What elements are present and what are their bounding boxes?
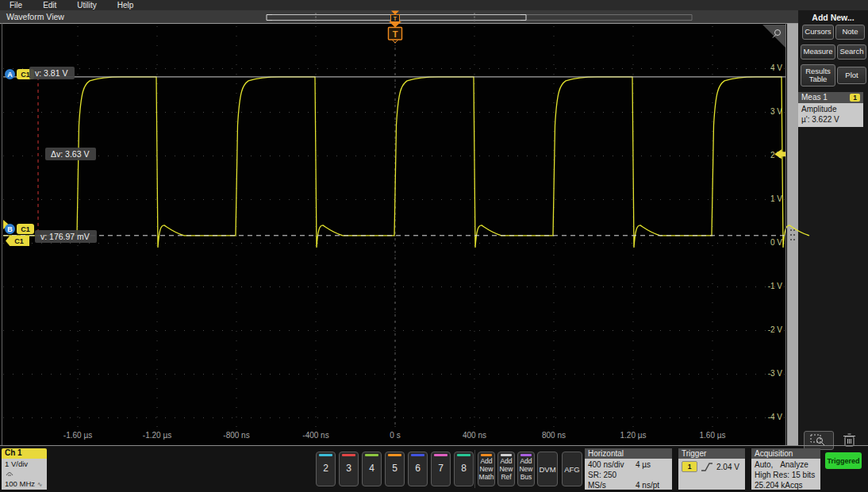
x-label-5: 400 ns bbox=[449, 431, 500, 440]
meas1-title: Meas 1 bbox=[801, 93, 828, 102]
channel-4-button[interactable]: 4 bbox=[362, 452, 382, 486]
x-label-2: -800 ns bbox=[211, 431, 262, 440]
triggered-status: Triggered bbox=[825, 452, 862, 469]
horizontal-panel[interactable]: 400 ns/div4 µs SR: 250 MS/s4 ns/pt RL: 1… bbox=[585, 459, 672, 490]
trigger-panel[interactable]: 1 2.04 V bbox=[678, 459, 745, 490]
menu-bar: File Edit Utility Help bbox=[0, 0, 868, 11]
add-new-math-button[interactable]: Add New Math bbox=[478, 452, 495, 486]
bus-color-strip bbox=[520, 454, 532, 456]
acq-resolution: High Res: 15 bits bbox=[755, 470, 820, 480]
horizontal-scale: 400 ns/div bbox=[588, 459, 636, 470]
trash-icon bbox=[839, 431, 860, 448]
add-new-bus-button[interactable]: Add New Bus bbox=[517, 452, 535, 486]
channel-1-badge[interactable]: Ch 1 bbox=[2, 448, 47, 459]
channel-8-color-strip bbox=[457, 454, 470, 456]
results-table-button[interactable]: Results Table bbox=[801, 64, 835, 86]
menu-edit[interactable]: Edit bbox=[43, 1, 56, 10]
zoom-box-button[interactable] bbox=[804, 431, 834, 450]
zoom-box-icon bbox=[805, 432, 832, 448]
x-label-0: -1.60 µs bbox=[52, 431, 103, 440]
meas1-header[interactable]: Meas 1 1 bbox=[798, 92, 863, 103]
dvm-button[interactable]: DVM bbox=[537, 452, 558, 486]
cursor-b-badge[interactable]: B bbox=[5, 224, 15, 234]
cursor-b-readout: v: 176.97 mV bbox=[35, 230, 97, 243]
x-label-6: 800 ns bbox=[528, 431, 579, 440]
cursor-b-source-badge[interactable]: C1 bbox=[17, 224, 34, 234]
trigger-level: 2.04 V bbox=[716, 462, 739, 472]
sample-resolution: 4 ns/pt bbox=[636, 481, 659, 490]
math-color-strip bbox=[481, 454, 492, 456]
menu-file[interactable]: File bbox=[10, 1, 22, 10]
y-label-n2v: -2 V bbox=[751, 325, 782, 334]
horizontal-window: 4 µs bbox=[636, 460, 651, 469]
x-label-3: -400 ns bbox=[290, 431, 341, 440]
ch1-coupling-row bbox=[5, 469, 47, 479]
channel-5-color-strip bbox=[388, 454, 401, 456]
measure-button[interactable]: Measure bbox=[801, 44, 835, 60]
meas1-body[interactable]: Amplitude µ': 3.622 V bbox=[798, 103, 863, 127]
oscilloscope-app: File Edit Utility Help Waveform View bbox=[0, 0, 868, 492]
trigger-source-badge: 1 bbox=[682, 461, 697, 472]
channel-6-color-strip bbox=[411, 454, 424, 456]
trigger-panel-header[interactable]: Trigger bbox=[678, 448, 745, 459]
channel-1-settings[interactable]: 1 V/div 100 MHz ∿ bbox=[2, 459, 47, 490]
ch1-bandwidth: 100 MHz bbox=[5, 479, 35, 488]
cursors-button[interactable]: Cursors bbox=[802, 25, 834, 40]
view-title: Waveform View bbox=[6, 12, 64, 21]
channel-3-button[interactable]: 3 bbox=[339, 452, 359, 486]
meas1-value: µ': 3.622 V bbox=[801, 114, 863, 125]
meas1-source-badge: 1 bbox=[850, 94, 860, 102]
x-label-8: 1.60 µs bbox=[687, 431, 738, 440]
plot-button[interactable]: Plot bbox=[837, 67, 866, 84]
cursor-a-badge[interactable]: A bbox=[5, 69, 15, 79]
channel-2-button[interactable]: 2 bbox=[316, 452, 336, 486]
menu-help[interactable]: Help bbox=[117, 1, 134, 10]
cursor-a-readout: v: 3.81 V bbox=[29, 67, 75, 79]
x-label-1: -1.20 µs bbox=[132, 431, 182, 440]
x-label-4: 0 s bbox=[370, 431, 421, 440]
channel-3-color-strip bbox=[342, 454, 355, 456]
acq-count: 25.204 kAcqs bbox=[755, 480, 820, 490]
horizontal-panel-header[interactable]: Horizontal bbox=[585, 448, 672, 459]
y-label-n4v: -4 V bbox=[751, 413, 782, 421]
y-label-n3v: -3 V bbox=[751, 369, 782, 378]
menu-utility[interactable]: Utility bbox=[77, 1, 96, 10]
channel-4-color-strip bbox=[365, 454, 378, 456]
channel-7-button[interactable]: 7 bbox=[431, 452, 451, 486]
note-button[interactable]: Note bbox=[835, 25, 865, 40]
channel-ground-tag[interactable]: C1 bbox=[6, 236, 29, 246]
rising-edge-icon bbox=[701, 462, 713, 472]
channel-6-button[interactable]: 6 bbox=[408, 452, 428, 486]
acq-mode: Auto, bbox=[755, 460, 773, 469]
y-label-3v: 3 V bbox=[751, 107, 782, 116]
ch1-scale: 1 V/div bbox=[5, 459, 47, 469]
add-new-header: Add New... bbox=[798, 13, 868, 22]
channel-7-color-strip bbox=[434, 454, 447, 456]
bandwidth-limit-icon: ∿ bbox=[37, 481, 43, 488]
add-new-ref-button[interactable]: Add New Ref bbox=[497, 452, 515, 486]
acquisition-panel[interactable]: Auto, Analyze High Res: 15 bits 25.204 k… bbox=[751, 459, 820, 490]
channel-2-color-strip bbox=[319, 454, 332, 456]
y-label-0v: 0 V bbox=[751, 238, 782, 247]
y-label-n1v: -1 V bbox=[751, 282, 782, 290]
y-label-2v: 2 V bbox=[751, 151, 782, 160]
y-label-4v: 4 V bbox=[751, 63, 782, 72]
x-label-7: 1.20 µs bbox=[608, 431, 659, 440]
probe-coupling-icon bbox=[5, 469, 14, 477]
panel-splitter[interactable] bbox=[787, 23, 798, 446]
y-label-1v: 1 V bbox=[751, 194, 782, 203]
afg-button[interactable]: AFG bbox=[562, 452, 582, 486]
sample-rate: SR: 250 MS/s bbox=[588, 470, 636, 490]
meas1-name: Amplitude bbox=[801, 104, 863, 114]
acquisition-panel-header[interactable]: Acquisition bbox=[751, 448, 820, 459]
cursor-delta-readout: Δv: 3.63 V bbox=[45, 148, 96, 160]
channel-5-button[interactable]: 5 bbox=[385, 452, 405, 486]
search-button[interactable]: Search bbox=[837, 44, 866, 60]
ch1-bandwidth-row: 100 MHz ∿ bbox=[5, 479, 47, 490]
ref-color-strip bbox=[501, 454, 512, 456]
waveform-view-titlebar bbox=[0, 10, 798, 23]
delete-button[interactable] bbox=[839, 431, 860, 448]
toolbar-separator bbox=[474, 450, 475, 488]
graticule-area[interactable] bbox=[0, 23, 798, 446]
channel-8-button[interactable]: 8 bbox=[454, 452, 474, 486]
